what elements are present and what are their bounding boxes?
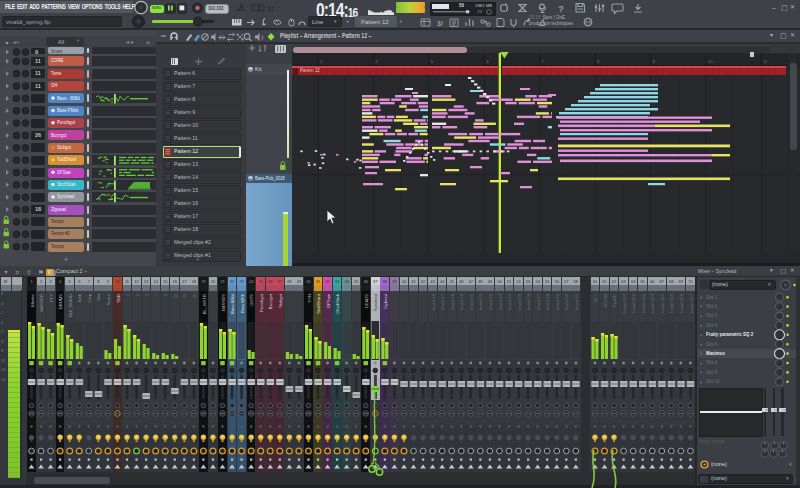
svg-text:Insert 57: Insert 57 xyxy=(536,293,541,310)
svg-text:4: 4 xyxy=(375,59,378,64)
svg-text:▾: ▾ xyxy=(700,361,703,366)
svg-text:11: 11 xyxy=(182,293,187,298)
svg-text:Insert 120: Insert 120 xyxy=(622,293,627,312)
svg-text:BL_J8STR: BL_J8STR xyxy=(202,294,207,314)
svg-text:18: 18 xyxy=(192,279,197,284)
svg-text:38: 38 xyxy=(383,279,388,284)
svg-text:Insert 54: Insert 54 xyxy=(507,293,512,310)
svg-text:44: 44 xyxy=(440,279,445,284)
svg-text:Insert 61: Insert 61 xyxy=(574,293,579,310)
svg-text:57: 57 xyxy=(564,279,569,284)
svg-text:10: 10 xyxy=(115,279,120,284)
svg-text:⚑: ⚑ xyxy=(38,269,44,276)
svg-text:Bass-808d: Bass-808d xyxy=(230,293,235,314)
svg-text:24: 24 xyxy=(249,279,254,284)
svg-text:25: 25 xyxy=(258,279,263,284)
svg-text:SDR: SDR xyxy=(116,294,121,303)
svg-text:23: 23 xyxy=(239,279,244,284)
svg-text:45: 45 xyxy=(449,279,454,284)
svg-text:65: 65 xyxy=(640,279,645,284)
svg-text:64: 64 xyxy=(631,279,636,284)
svg-text:1: 1 xyxy=(135,293,140,296)
svg-text:Insert 60: Insert 60 xyxy=(564,293,569,310)
svg-text:11: 11 xyxy=(763,59,768,64)
svg-text:Synclead: Synclead xyxy=(373,293,378,311)
svg-text:?: ? xyxy=(558,4,564,14)
svg-text:Insert 47: Insert 47 xyxy=(440,293,445,310)
svg-text:22: 22 xyxy=(230,279,235,284)
svg-text:7: 7 xyxy=(542,59,545,64)
svg-text:BASSES: BASSES xyxy=(221,294,226,311)
svg-text:30: 30 xyxy=(306,279,311,284)
svg-text:Insert 49: Insert 49 xyxy=(459,293,464,310)
svg-text:0: 0 xyxy=(163,293,168,296)
svg-text:11: 11 xyxy=(125,279,130,284)
svg-text:Punchgut: Punchgut xyxy=(259,293,264,312)
svg-text:PLATE: PLATE xyxy=(612,294,617,307)
svg-text:Kick: Kick xyxy=(77,293,82,302)
svg-text:5: 5 xyxy=(431,59,434,64)
svg-text:12: 12 xyxy=(134,279,139,284)
svg-text:↩: ↩ xyxy=(13,39,19,46)
svg-text:Insert 127: Insert 127 xyxy=(689,293,694,312)
svg-text:Insert 52: Insert 52 xyxy=(488,293,493,310)
svg-text:ROOM: ROOM xyxy=(603,293,608,307)
svg-text:Snare: Snare xyxy=(106,293,111,305)
svg-text:Clap: Clap xyxy=(87,293,92,302)
svg-text:▾: ▾ xyxy=(700,333,703,338)
svg-text:Sickgut: Sickgut xyxy=(278,293,283,308)
svg-text:8: 8 xyxy=(597,59,600,64)
svg-text:31: 31 xyxy=(316,279,321,284)
svg-text:61: 61 xyxy=(602,279,607,284)
svg-text:62: 62 xyxy=(612,279,617,284)
svg-text:41: 41 xyxy=(411,279,416,284)
svg-text:34: 34 xyxy=(344,279,349,284)
svg-text:29: 29 xyxy=(297,279,302,284)
svg-text:19: 19 xyxy=(201,279,206,284)
svg-text:Insert 121: Insert 121 xyxy=(631,293,636,312)
svg-text:Insert 125: Insert 125 xyxy=(669,293,674,312)
svg-text:Insert 124: Insert 124 xyxy=(660,293,665,312)
svg-text:Insert 55: Insert 55 xyxy=(517,293,522,310)
svg-text:56: 56 xyxy=(555,279,560,284)
svg-text:▾: ▾ xyxy=(700,342,703,347)
svg-text:LEADS: LEADS xyxy=(364,294,369,308)
svg-text:FTY: FTY xyxy=(49,294,54,302)
svg-text:1: 1 xyxy=(144,293,149,296)
svg-text:Insert 126: Insert 126 xyxy=(679,293,684,312)
svg-text:▩: ▩ xyxy=(50,269,57,276)
svg-text:✕: ✕ xyxy=(145,40,150,46)
svg-text:40: 40 xyxy=(402,279,407,284)
svg-text:50: 50 xyxy=(497,279,502,284)
svg-text:▾: ▾ xyxy=(700,295,703,300)
svg-text:Buzzgut: Buzzgut xyxy=(268,293,273,309)
svg-text:Insert 48: Insert 48 xyxy=(450,293,455,310)
svg-text:3: 3 xyxy=(320,59,323,64)
svg-text:6: 6 xyxy=(486,59,489,64)
svg-text:▾: ▾ xyxy=(700,351,703,356)
svg-text:ChrchStab: ChrchStab xyxy=(335,293,340,313)
svg-text:DLY: DLY xyxy=(593,294,598,302)
svg-text:20: 20 xyxy=(211,279,216,284)
svg-text:⇧: ⇧ xyxy=(26,269,32,276)
svg-text:11: 11 xyxy=(192,293,197,298)
svg-text:53: 53 xyxy=(526,279,531,284)
svg-text:Insert 50: Insert 50 xyxy=(469,293,474,310)
svg-text:3: 3 xyxy=(49,279,52,284)
svg-text:1: 1 xyxy=(125,293,130,296)
svg-text:21: 21 xyxy=(220,279,225,284)
svg-text:Master: Master xyxy=(30,293,35,306)
svg-text:49: 49 xyxy=(488,279,493,284)
svg-text:BLE_RUMG: BLE_RUMG xyxy=(68,294,73,317)
svg-text:▾: ▾ xyxy=(5,40,8,46)
svg-text:14: 14 xyxy=(153,279,158,284)
svg-text:63: 63 xyxy=(621,279,626,284)
svg-text:▾: ▾ xyxy=(700,314,703,319)
svg-text:Insert 56: Insert 56 xyxy=(526,293,531,310)
svg-text:8: 8 xyxy=(97,279,100,284)
svg-text:33: 33 xyxy=(335,279,340,284)
svg-text:26: 26 xyxy=(268,279,273,284)
svg-text:Insert 46: Insert 46 xyxy=(431,293,436,310)
svg-text:▾: ▾ xyxy=(4,269,7,275)
svg-text:35: 35 xyxy=(354,279,359,284)
